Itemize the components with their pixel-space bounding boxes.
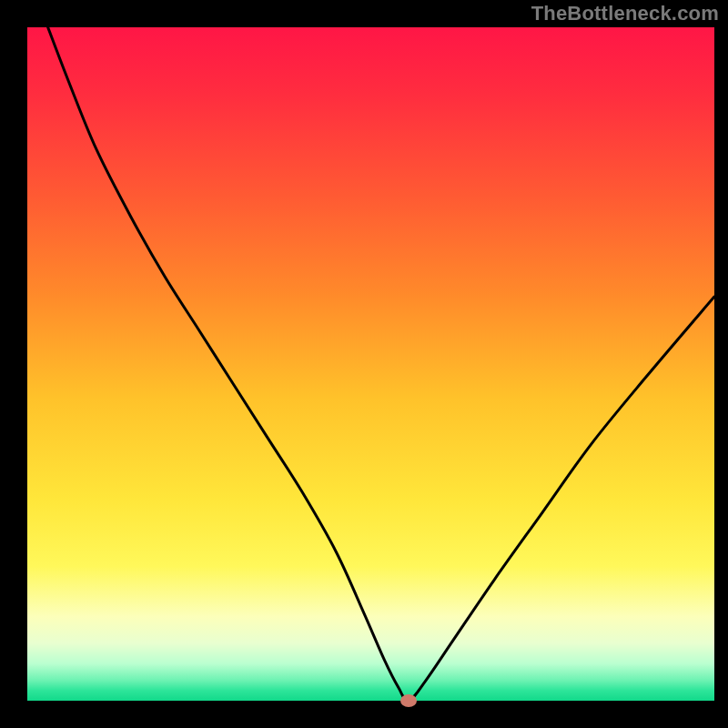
bottleneck-chart [0,0,728,728]
gradient-background [27,27,714,701]
attribution-label: TheBottleneck.com [531,2,719,25]
optimal-point-marker [400,694,417,707]
chart-frame: { "attribution": "TheBottleneck.com", "c… [0,0,728,728]
